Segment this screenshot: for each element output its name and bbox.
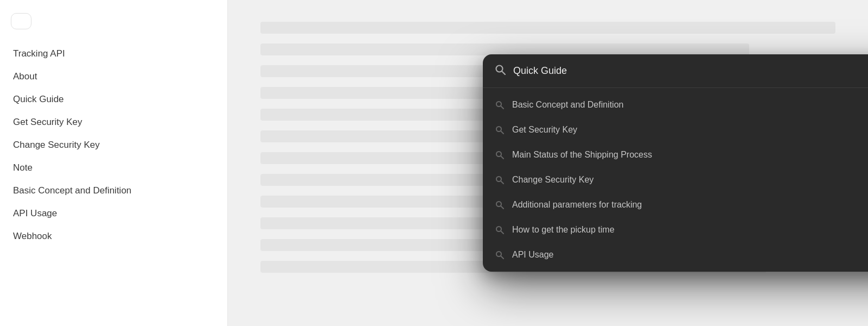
result-search-icon bbox=[495, 250, 505, 260]
result-label: Get Security Key bbox=[512, 125, 577, 135]
search-input[interactable] bbox=[513, 65, 868, 77]
search-result-r5[interactable]: Additional parameters for tracking bbox=[483, 192, 868, 217]
sidebar-item-note[interactable]: Note bbox=[11, 156, 216, 179]
sidebar-item-about[interactable]: About bbox=[11, 65, 216, 88]
search-result-r3[interactable]: Main Status of the Shipping Process bbox=[483, 142, 868, 167]
bg-line-2 bbox=[260, 43, 749, 55]
result-label: API Usage bbox=[512, 250, 553, 260]
result-label: Additional parameters for tracking bbox=[512, 200, 642, 210]
svg-line-13 bbox=[501, 231, 503, 234]
sidebar-item-webhook[interactable]: Webhook bbox=[11, 225, 216, 248]
result-search-icon bbox=[495, 125, 505, 135]
main-content: Basic Concept and DefinitionGet Security… bbox=[228, 0, 868, 326]
result-search-icon bbox=[495, 175, 505, 185]
svg-line-15 bbox=[501, 256, 503, 259]
result-search-icon bbox=[495, 225, 505, 235]
svg-line-5 bbox=[501, 131, 503, 134]
result-search-icon bbox=[495, 200, 505, 210]
result-label: Main Status of the Shipping Process bbox=[512, 150, 652, 160]
search-icon-main bbox=[495, 64, 506, 78]
search-result-r7[interactable]: API Usage bbox=[483, 242, 868, 267]
sidebar-logo[interactable] bbox=[11, 13, 31, 29]
svg-line-7 bbox=[501, 156, 503, 159]
result-search-icon bbox=[495, 100, 505, 110]
search-result-r1[interactable]: Basic Concept and Definition bbox=[483, 92, 868, 117]
svg-line-9 bbox=[501, 181, 503, 184]
search-result-r6[interactable]: How to get the pickup time bbox=[483, 217, 868, 242]
svg-line-1 bbox=[502, 71, 505, 74]
svg-line-3 bbox=[501, 106, 503, 109]
search-result-r2[interactable]: Get Security Key bbox=[483, 117, 868, 142]
bg-line-1 bbox=[260, 22, 835, 34]
sidebar: Tracking APIAboutQuick GuideGet Security… bbox=[0, 0, 228, 326]
sidebar-item-basic-concept[interactable]: Basic Concept and Definition bbox=[11, 179, 216, 202]
search-result-r4[interactable]: Change Security Key bbox=[483, 167, 868, 192]
result-label: Basic Concept and Definition bbox=[512, 100, 623, 110]
result-label: How to get the pickup time bbox=[512, 225, 615, 235]
sidebar-item-api-usage[interactable]: API Usage bbox=[11, 202, 216, 225]
sidebar-item-change-security-key[interactable]: Change Security Key bbox=[11, 134, 216, 156]
search-modal: Basic Concept and DefinitionGet Security… bbox=[483, 54, 868, 272]
result-search-icon bbox=[495, 150, 505, 160]
result-label: Change Security Key bbox=[512, 175, 593, 185]
svg-line-11 bbox=[501, 206, 503, 209]
sidebar-nav: Tracking APIAboutQuick GuideGet Security… bbox=[11, 42, 216, 248]
sidebar-item-quick-guide[interactable]: Quick Guide bbox=[11, 88, 216, 111]
search-results: Basic Concept and DefinitionGet Security… bbox=[483, 88, 868, 272]
sidebar-item-tracking-api[interactable]: Tracking API bbox=[11, 42, 216, 65]
sidebar-item-get-security-key[interactable]: Get Security Key bbox=[11, 111, 216, 134]
search-input-wrapper bbox=[483, 54, 868, 88]
